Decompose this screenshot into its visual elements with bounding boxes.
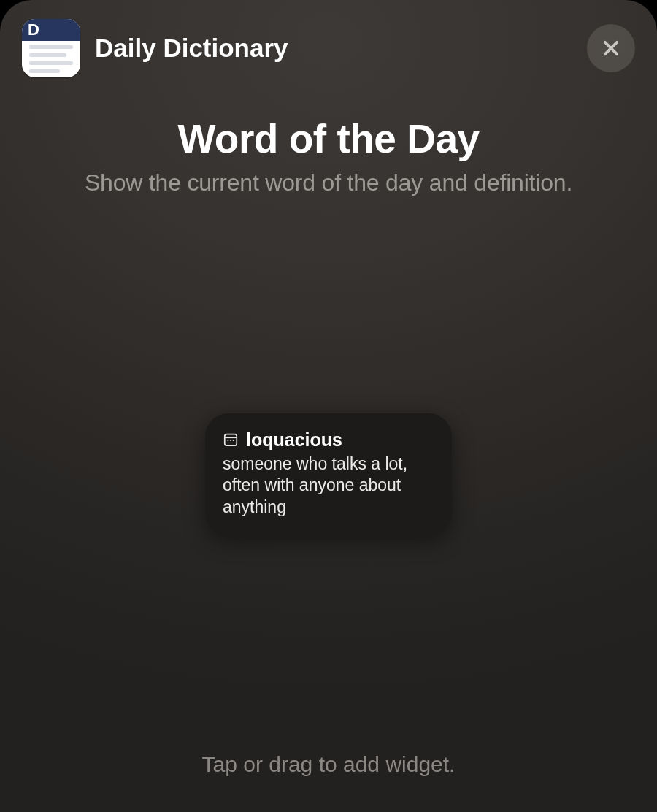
sheet-header: D Daily Dictionary (0, 0, 657, 77)
app-name: Daily Dictionary (95, 34, 572, 63)
widget-preview-area: loquacious someone who talks a lot, ofte… (0, 196, 657, 738)
calendar-icon (223, 432, 239, 448)
widget-header: loquacious (223, 429, 434, 451)
svg-point-5 (230, 440, 231, 441)
app-icon: D (22, 19, 80, 77)
widget-preview[interactable]: loquacious someone who talks a lot, ofte… (205, 413, 452, 535)
svg-point-4 (227, 440, 228, 441)
close-icon (601, 38, 621, 58)
widget-word: loquacious (246, 429, 342, 451)
sheet-title: Word of the Day (22, 115, 635, 162)
svg-point-6 (233, 440, 234, 441)
title-block: Word of the Day Show the current word of… (0, 115, 657, 196)
footer-hint: Tap or drag to add widget. (0, 738, 657, 812)
widget-picker-sheet: D Daily Dictionary Word of the Day Show … (0, 0, 657, 812)
widget-definition: someone who talks a lot, often with anyo… (223, 453, 434, 518)
app-icon-letter: D (28, 20, 39, 39)
sheet-subtitle: Show the current word of the day and def… (22, 169, 635, 196)
close-button[interactable] (587, 24, 635, 72)
